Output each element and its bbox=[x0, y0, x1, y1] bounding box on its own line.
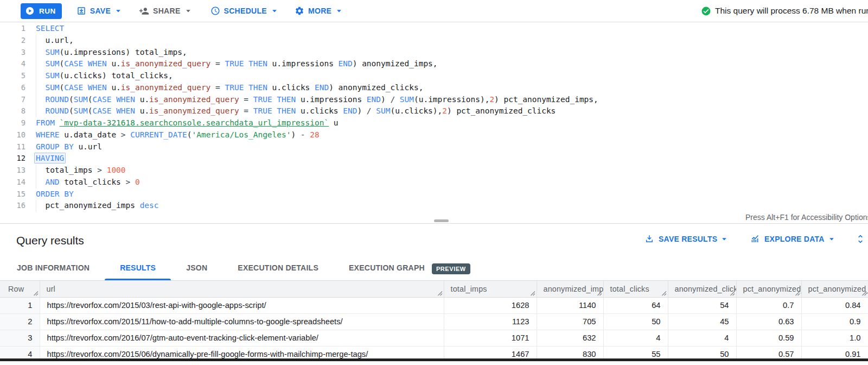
cell-url[interactable]: https://trevorfox.com/2015/03/rest-api-w… bbox=[40, 297, 444, 313]
cell-anonymized-clicks[interactable]: 4 bbox=[668, 330, 736, 346]
token-kw: END bbox=[339, 59, 353, 68]
tab-job-information[interactable]: JOB INFORMATION bbox=[2, 253, 105, 280]
code-line[interactable]: 11GROUP BY u.url bbox=[0, 141, 868, 153]
cell-total-imps[interactable]: 1071 bbox=[444, 330, 537, 346]
cell-total-clicks[interactable]: 64 bbox=[603, 297, 668, 313]
cell-anonymized-clicks[interactable]: 54 bbox=[668, 297, 736, 313]
code-line[interactable]: 5 SUM(u.clicks) total_clicks, bbox=[0, 70, 868, 82]
cell-pct-anonymized-imps[interactable]: 0.7 bbox=[736, 297, 801, 313]
collapse-results-button[interactable] bbox=[855, 224, 866, 253]
cell-anonymized-imps[interactable]: 705 bbox=[537, 313, 603, 330]
cell-anonymized-imps[interactable]: 632 bbox=[537, 330, 603, 346]
column-header-url[interactable]: url bbox=[40, 281, 444, 297]
code-line[interactable]: 10WHERE u.data_date > CURRENT_DATE('Amer… bbox=[0, 129, 868, 141]
token-pl: (u.clicks), bbox=[390, 106, 442, 115]
save-results-button[interactable]: SAVE RESULTS bbox=[644, 224, 727, 253]
token-kw: AND bbox=[45, 178, 59, 186]
cell-anonymized-imps[interactable]: 1140 bbox=[537, 297, 603, 313]
line-number: 12 bbox=[0, 153, 25, 165]
cell-pct-anonymized-clicks[interactable]: 0.84 bbox=[801, 297, 868, 313]
code-line[interactable]: 6 SUM(CASE WHEN u.is_anonymized_query = … bbox=[0, 82, 868, 94]
code-text: SUM(CASE WHEN u.is_anonymized_query = TR… bbox=[36, 58, 438, 70]
column-resize-icon[interactable] bbox=[33, 291, 39, 296]
save-icon bbox=[76, 6, 86, 16]
sql-editor[interactable]: 1SELECT2 u.url,3 SUM(u.impressions) tota… bbox=[0, 22, 868, 224]
code-text: u.url, bbox=[36, 35, 74, 47]
code-line[interactable]: 15ORDER BY bbox=[0, 188, 868, 200]
column-resize-icon[interactable] bbox=[795, 291, 800, 296]
column-resize-icon[interactable] bbox=[597, 291, 602, 296]
cell-total-imps[interactable]: 1628 bbox=[444, 297, 537, 313]
column-header-pct-anonymized-imps[interactable]: pct_anonymized_imps bbox=[736, 281, 801, 297]
column-header-pct-anonymized-clicks[interactable]: pct_anonymized_clicks bbox=[801, 281, 868, 297]
tab-label: EXECUTION GRAPH bbox=[349, 263, 425, 272]
code-line[interactable]: 8 ROUND(SUM(CASE WHEN u.is_anonymized_qu… bbox=[0, 105, 868, 117]
tab-results[interactable]: RESULTS bbox=[105, 253, 171, 280]
column-resize-icon[interactable] bbox=[730, 291, 735, 296]
more-button[interactable]: MORE bbox=[295, 6, 342, 16]
schedule-button[interactable]: SCHEDULE bbox=[210, 6, 277, 16]
tab-execution-details[interactable]: EXECUTION DETAILS bbox=[222, 253, 334, 280]
horizontal-scrollbar-thumb[interactable] bbox=[0, 358, 868, 361]
cell-pct-anonymized-imps[interactable]: 0.59 bbox=[736, 330, 801, 346]
row-number-cell[interactable]: 2 bbox=[0, 313, 40, 330]
column-resize-icon[interactable] bbox=[437, 291, 443, 296]
table-body: 1https://trevorfox.com/2015/03/rest-api-… bbox=[0, 297, 868, 361]
code-line[interactable]: 12HAVING bbox=[0, 153, 868, 165]
status-message: This query will process 6.78 MB when run… bbox=[715, 6, 868, 16]
explore-data-button[interactable]: EXPLORE DATA bbox=[750, 224, 834, 253]
token-kw: TRUE bbox=[253, 106, 272, 115]
save-button[interactable]: SAVE bbox=[76, 6, 121, 16]
token-op: = bbox=[215, 83, 220, 92]
code-line[interactable]: 14 AND total_clicks > 0 bbox=[0, 177, 868, 188]
tab-json[interactable]: JSON bbox=[171, 253, 222, 280]
column-label: total_clicks bbox=[610, 285, 649, 293]
code-line[interactable]: 4 SUM(CASE WHEN u.is_anonymized_query = … bbox=[0, 58, 868, 70]
column-resize-icon[interactable] bbox=[861, 291, 867, 296]
tab-label: EXECUTION DETAILS bbox=[238, 263, 318, 272]
column-header-total-clicks[interactable]: total_clicks bbox=[603, 281, 668, 297]
row-number-cell[interactable]: 1 bbox=[0, 297, 40, 313]
share-button[interactable]: SHARE bbox=[139, 6, 191, 16]
column-label: pct_anonymized_clicks bbox=[808, 285, 868, 293]
row-number-cell[interactable]: 3 bbox=[0, 330, 40, 346]
cell-total-clicks[interactable]: 4 bbox=[603, 330, 668, 346]
token-pl bbox=[36, 59, 45, 68]
cell-pct-anonymized-clicks[interactable]: 0.9 bbox=[801, 313, 868, 330]
cell-url[interactable]: https://trevorfox.com/2015/11/how-to-add… bbox=[40, 313, 444, 330]
token-pl: ( bbox=[88, 106, 93, 115]
cell-anonymized-clicks[interactable]: 45 bbox=[668, 313, 736, 330]
token-pl bbox=[248, 106, 253, 115]
code-line[interactable]: 9FROM `mvp-data-321618.searchconsole.sea… bbox=[0, 117, 868, 129]
column-header-row[interactable]: Row bbox=[0, 281, 40, 297]
results-title: Query results bbox=[16, 234, 84, 247]
check-circle-icon bbox=[701, 6, 711, 16]
code-line[interactable]: 2 u.url, bbox=[0, 35, 868, 47]
run-button[interactable]: RUN bbox=[21, 3, 62, 19]
token-pl bbox=[244, 59, 248, 68]
code-line[interactable]: 16 pct_anonymized_imps desc bbox=[0, 200, 868, 212]
cell-total-clicks[interactable]: 50 bbox=[603, 313, 668, 330]
cell-total-imps[interactable]: 1123 bbox=[444, 313, 537, 330]
column-resize-icon[interactable] bbox=[530, 291, 535, 296]
cell-url[interactable]: https://trevorfox.com/2016/07/gtm-auto-e… bbox=[40, 330, 444, 346]
token-pl: u.impressions bbox=[296, 95, 367, 104]
column-resize-icon[interactable] bbox=[661, 291, 667, 296]
column-header-total-imps[interactable]: total_imps bbox=[444, 281, 537, 297]
code-line[interactable]: 1SELECT bbox=[0, 23, 868, 35]
splitter-drag-handle[interactable] bbox=[434, 219, 449, 222]
code-text: pct_anonymized_imps desc bbox=[36, 200, 158, 212]
column-header-anonymized-imps[interactable]: anonymized_imps bbox=[537, 281, 603, 297]
code-line[interactable]: 3 SUM(u.impressions) total_imps, bbox=[0, 47, 868, 59]
code-line[interactable]: 7 ROUND(SUM(CASE WHEN u.is_anonymized_qu… bbox=[0, 94, 868, 106]
token-kw: WHEN bbox=[116, 95, 135, 104]
cell-pct-anonymized-clicks[interactable]: 1.0 bbox=[801, 330, 868, 346]
token-kw: SUM bbox=[74, 95, 88, 104]
token-kw: END bbox=[315, 83, 329, 92]
token-pl: ( bbox=[187, 130, 192, 139]
token-kw: FROM bbox=[36, 118, 55, 127]
tab-execution-graph[interactable]: EXECUTION GRAPHPREVIEW bbox=[334, 253, 486, 280]
code-line[interactable]: 13 total_imps > 1000 bbox=[0, 165, 868, 177]
column-header-anonymized-clicks[interactable]: anonymized_clicks bbox=[668, 281, 736, 297]
cell-pct-anonymized-imps[interactable]: 0.63 bbox=[736, 313, 801, 330]
